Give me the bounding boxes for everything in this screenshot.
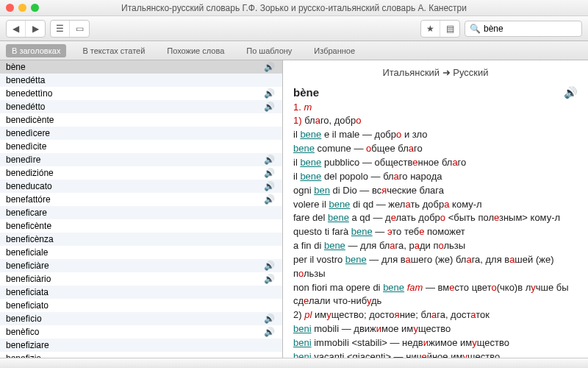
list-item-word: benedettìno xyxy=(6,88,52,99)
xref-link[interactable]: bene xyxy=(351,226,373,237)
list-item-word: benedétto xyxy=(6,102,45,112)
list-item-word: beneficènte xyxy=(6,221,51,231)
list-item-word: benefattóre xyxy=(6,194,51,205)
view-button[interactable]: ▭ xyxy=(70,21,89,37)
list-item[interactable]: benefìcio🔊 xyxy=(0,312,282,325)
article-pane[interactable]: Итальянский ➜ Русский bène 🔊 1. m 1) бла… xyxy=(283,60,588,358)
xref-link[interactable]: bene xyxy=(329,199,350,210)
audio-icon[interactable]: 🔊 xyxy=(264,168,275,178)
xref-link[interactable]: bene xyxy=(300,171,321,182)
list-item[interactable]: beneficènza xyxy=(0,233,282,246)
list-item-word: beneficiàre xyxy=(6,261,49,271)
list-item[interactable]: benefattóre🔊 xyxy=(0,193,282,206)
definition-1: 1) благо, добро xyxy=(293,114,578,128)
audio-icon[interactable]: 🔊 xyxy=(264,261,275,271)
audio-icon[interactable]: 🔊 xyxy=(264,181,275,191)
xref-link[interactable]: bene xyxy=(328,212,349,223)
xref-link[interactable]: bene xyxy=(293,143,315,154)
audio-icon[interactable]: 🔊 xyxy=(264,194,275,205)
search-input[interactable] xyxy=(484,24,588,34)
minimize-icon[interactable] xyxy=(18,4,26,12)
list-item[interactable]: benefizio xyxy=(0,352,282,358)
toolbar: ◀ ▶ ☰ ▭ ★ ▤ 🔍 ✕ xyxy=(0,16,588,41)
back-button[interactable]: ◀ xyxy=(7,21,26,37)
list-item[interactable]: benèfico🔊 xyxy=(0,325,282,339)
article-line: non fiori ma opere di bene fam — вместо … xyxy=(293,281,578,309)
list-item[interactable]: benedìre🔊 xyxy=(0,153,282,166)
article-line: questo ti farà bene — это тебе поможет xyxy=(293,225,578,239)
window-title: Итальянско-русский словарь Г.Ф. Зорько и… xyxy=(0,3,588,13)
xref-link[interactable]: bene xyxy=(300,157,321,168)
list-item[interactable]: benedìcere xyxy=(0,127,282,140)
article-line: il bene del popolo — благо народа xyxy=(293,170,578,184)
list-item-word: beneducato xyxy=(6,181,52,191)
language-direction: Итальянский ➜ Русский xyxy=(293,63,578,85)
list-item[interactable]: bène🔊 xyxy=(0,60,282,74)
list-item-word: benedìcite xyxy=(6,141,46,152)
xref-link[interactable]: bene xyxy=(324,240,345,251)
article-line: fare del bene a qd — делать добро <быть … xyxy=(293,211,578,225)
audio-icon[interactable]: 🔊 xyxy=(264,102,275,112)
article-line: bene comune — общее благо xyxy=(293,142,578,156)
list-item-word: beneficiata xyxy=(6,287,49,297)
list-item-word: beneficènza xyxy=(6,234,54,244)
filter-tabs: В заголовкахВ текстах статейПохожие слов… xyxy=(0,41,588,60)
audio-icon[interactable]: 🔊 xyxy=(264,155,275,165)
list-item[interactable]: beneficare xyxy=(0,206,282,219)
statusbar xyxy=(0,358,588,368)
list-item[interactable]: benedìcite xyxy=(0,140,282,153)
tab-В-текстах-статей[interactable]: В текстах статей xyxy=(76,44,151,57)
xref-link[interactable]: ben xyxy=(314,185,330,196)
tab-Избранное[interactable]: Избранное xyxy=(308,44,361,57)
xref-link[interactable]: bene xyxy=(383,282,404,293)
tab-Похожие-слова[interactable]: Похожие слова xyxy=(161,44,230,57)
list-item-word: benefìcio xyxy=(6,314,42,324)
list-item-word: beneficare xyxy=(6,208,47,218)
xref-link[interactable]: beni xyxy=(293,351,312,358)
sense-number: 1. xyxy=(293,102,301,113)
xref-link[interactable]: beni xyxy=(293,337,312,348)
favorite-button[interactable]: ★ xyxy=(421,21,440,37)
list-item[interactable]: benefiziare xyxy=(0,339,282,352)
list-item-word: benefiziare xyxy=(6,340,49,350)
search-box[interactable]: 🔍 ✕ xyxy=(465,21,582,37)
xref-link[interactable]: bene xyxy=(345,254,367,265)
tab-В-заголовках[interactable]: В заголовках xyxy=(6,44,66,57)
close-icon[interactable] xyxy=(6,4,14,12)
list-item[interactable]: beneficiàrio🔊 xyxy=(0,272,282,286)
list-item[interactable]: benedétto🔊 xyxy=(0,100,282,113)
titlebar: Итальянско-русский словарь Г.Ф. Зорько и… xyxy=(0,0,588,16)
audio-icon[interactable]: 🔊 xyxy=(264,314,275,324)
audio-icon[interactable]: 🔊 xyxy=(264,88,275,99)
audio-icon[interactable]: 🔊 xyxy=(264,62,275,72)
list-item[interactable]: benedettìno🔊 xyxy=(0,87,282,100)
word-list[interactable]: bène🔊benedéttabenedettìno🔊benedétto🔊bene… xyxy=(0,60,283,358)
pronounce-icon[interactable]: 🔊 xyxy=(564,85,578,101)
list-item[interactable]: benedétta xyxy=(0,74,282,87)
list-item-word: benedìcere xyxy=(6,128,50,138)
list-item[interactable]: benedizióne🔊 xyxy=(0,166,282,180)
list-item[interactable]: beneficiato xyxy=(0,299,282,312)
list-item[interactable]: beneficiàre🔊 xyxy=(0,259,282,272)
audio-icon[interactable]: 🔊 xyxy=(264,327,275,337)
xref-link[interactable]: beni xyxy=(293,323,312,334)
forward-button[interactable]: ▶ xyxy=(26,21,45,37)
audio-icon[interactable]: 🔊 xyxy=(264,274,275,284)
history-button[interactable]: ▤ xyxy=(440,21,459,37)
list-item[interactable]: beneficiale xyxy=(0,246,282,259)
headword: bène xyxy=(293,85,319,101)
list-item-word: beneficiàrio xyxy=(6,274,51,284)
xref-link[interactable]: bene xyxy=(300,129,321,140)
list-item[interactable]: beneficènte xyxy=(0,219,282,233)
zoom-icon[interactable] xyxy=(31,4,39,12)
list-item-word: benedétta xyxy=(6,75,45,85)
article-line: ogni ben di Dio — всяческие блага xyxy=(293,184,578,198)
list-item[interactable]: beneficiata xyxy=(0,286,282,299)
tab-По-шаблону[interactable]: По шаблону xyxy=(240,44,298,57)
search-icon: 🔍 xyxy=(470,24,481,34)
list-item-word: bène xyxy=(6,62,26,72)
list-item-word: benefizio xyxy=(6,353,41,358)
dictionaries-button[interactable]: ☰ xyxy=(51,21,70,37)
list-item[interactable]: beneducato🔊 xyxy=(0,180,282,193)
list-item[interactable]: benedicènte xyxy=(0,113,282,127)
